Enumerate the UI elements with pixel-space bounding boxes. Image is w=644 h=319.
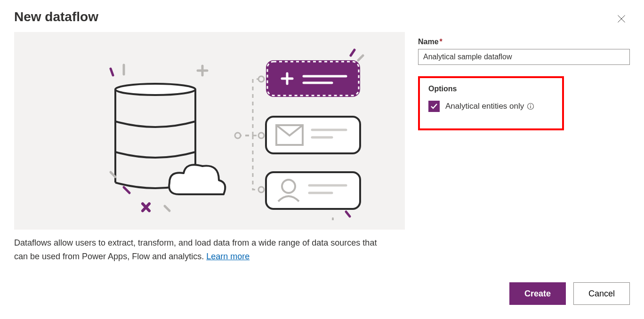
- svg-line-2: [111, 69, 113, 75]
- name-label-text: Name: [418, 38, 439, 46]
- analytical-entities-checkbox[interactable]: [428, 101, 440, 112]
- dialog-body: Dataflows allow users to extract, transf…: [14, 32, 630, 272]
- svg-rect-26: [266, 117, 360, 153]
- name-label: Name*: [418, 38, 630, 46]
- svg-point-8: [115, 84, 195, 95]
- learn-more-link[interactable]: Learn more: [206, 252, 250, 261]
- name-input[interactable]: [418, 49, 630, 65]
- close-icon: [617, 14, 626, 24]
- svg-line-34: [346, 212, 350, 216]
- svg-line-15: [165, 206, 169, 211]
- description-text: Dataflows allow users to extract, transf…: [14, 238, 377, 261]
- svg-point-17: [258, 76, 264, 82]
- dialog-footer: Create Cancel: [509, 282, 630, 305]
- left-column: Dataflows allow users to extract, transf…: [14, 32, 405, 272]
- svg-line-6: [351, 50, 354, 56]
- new-dataflow-dialog: New dataflow: [0, 0, 644, 319]
- cancel-button[interactable]: Cancel: [573, 282, 630, 305]
- options-heading: Options: [428, 85, 554, 93]
- checkmark-icon: [430, 103, 438, 110]
- svg-line-7: [358, 56, 363, 60]
- svg-rect-20: [266, 60, 360, 97]
- svg-point-18: [258, 133, 264, 138]
- svg-point-38: [530, 104, 531, 105]
- svg-point-19: [258, 187, 264, 192]
- analytical-entities-label: Analytical entities only: [445, 102, 524, 111]
- svg-point-16: [235, 133, 241, 138]
- analytical-entities-checkbox-row: Analytical entities only: [428, 101, 554, 112]
- options-section-highlight: Options Analytical entities only: [418, 76, 564, 130]
- required-asterisk: *: [440, 38, 443, 46]
- svg-rect-30: [266, 172, 360, 209]
- dataflow-illustration: [14, 32, 405, 230]
- create-button[interactable]: Create: [509, 282, 566, 305]
- info-icon[interactable]: [527, 103, 534, 110]
- close-button[interactable]: [617, 14, 626, 24]
- right-column: Name* Options Analytical entities only: [418, 32, 630, 130]
- dialog-title: New dataflow: [14, 9, 630, 24]
- svg-line-12: [124, 187, 129, 193]
- dialog-description: Dataflows allow users to extract, transf…: [14, 236, 391, 263]
